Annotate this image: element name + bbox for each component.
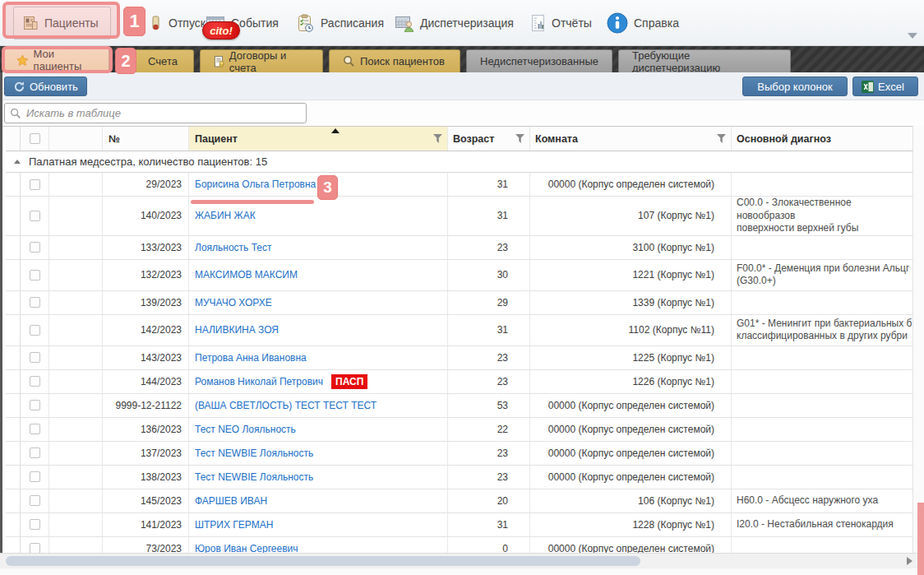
tab-invoices[interactable]: Счета [132, 49, 194, 72]
toolbar-item-label: Отчёты [552, 16, 592, 30]
table-row: 143/2023 Петрова Анна Ивановна 23 1225 (… [6, 346, 912, 370]
table-row: 144/2023 Романов Николай Петрович ПАСП 2… [6, 370, 912, 394]
horizontal-scrollbar[interactable] [0, 553, 924, 568]
excel-button[interactable]: Excel [852, 77, 918, 96]
column-header-patient[interactable]: Пациент [189, 127, 448, 151]
select-all-checkbox[interactable] [30, 133, 40, 144]
room-cell: 00000 (Корпус определен системой) [530, 537, 732, 553]
filter-icon[interactable] [717, 134, 726, 143]
table-header-row: № Пациент Возраст Комната Основной диагн… [6, 127, 912, 151]
patient-link[interactable]: Тест NEWBIE Лояльность [195, 471, 313, 483]
patient-link[interactable]: ШТРИХ ГЕРМАН [195, 519, 273, 531]
patient-link[interactable]: Петрова Анна Ивановна [195, 352, 307, 364]
toolbar-item-reports[interactable]: Отчёты [530, 7, 592, 39]
table-row: 142/2023 НАЛИВКИНА ЗОЯ 31 1102 (Корпус №… [6, 315, 912, 346]
patient-link[interactable]: Романов Николай Петрович [195, 376, 323, 387]
row-checkbox[interactable] [30, 352, 40, 363]
filter-icon[interactable] [515, 134, 524, 143]
column-header-age[interactable]: Возраст [448, 127, 530, 151]
patient-link[interactable]: (ВАША СВЕТЛОСТЬ) ТЕСТ ТЕСТ ТЕСТ [195, 400, 377, 411]
row-blank-cell [49, 173, 103, 196]
patient-cell: МАКСИМОВ МАКСИМ [189, 260, 448, 290]
room-cell: 1228 (Корпус №1) [530, 513, 732, 536]
row-checkbox[interactable] [30, 471, 40, 482]
row-checkbox[interactable] [30, 543, 40, 553]
toolbar-item-vacation[interactable]: Отпуск [148, 7, 206, 39]
row-checkbox[interactable] [30, 424, 40, 434]
row-checkbox[interactable] [30, 211, 40, 221]
column-header-label: Возраст [453, 133, 494, 145]
age-cell: 23 [448, 442, 530, 465]
toolbar-collapse-chevron-icon[interactable] [908, 33, 917, 39]
patient-link[interactable]: Юров Иван Сергеевич [195, 543, 298, 553]
patient-link[interactable]: ЖАБИН ЖАК [195, 210, 256, 221]
patient-link[interactable]: МУЧАЧО ХОРХЕ [195, 297, 272, 308]
tab-not-dispatched[interactable]: Недиспетчеризованные [466, 49, 612, 72]
row-checkbox[interactable] [30, 519, 40, 530]
room-cell: 00000 (Корпус определен системой) [530, 173, 732, 196]
row-checkbox[interactable] [30, 242, 40, 253]
toolbar-item-schedules[interactable]: Расписания [296, 7, 384, 39]
tab-contracts[interactable]: Договоры и счета [200, 49, 323, 72]
patient-link[interactable]: Лояльность Тест [195, 242, 272, 253]
excel-label: Excel [878, 81, 904, 93]
column-header-room[interactable]: Комната [530, 127, 732, 151]
patient-link[interactable]: Тест NEWBIE Лояльность [195, 447, 313, 459]
group-collapse-icon[interactable] [14, 160, 21, 164]
patient-cell: ШТРИХ ГЕРМАН [189, 513, 448, 536]
patient-link[interactable]: ФАРШЕВ ИВАН [195, 495, 267, 507]
diagnosis-cell [732, 291, 912, 314]
tab-label: Счета [148, 55, 178, 67]
tab-label: Недиспетчеризованные [480, 55, 598, 67]
patient-cell: НАЛИВКИНА ЗОЯ [189, 315, 448, 345]
age-cell: 29 [448, 291, 530, 314]
group-row[interactable]: Палатная медсестра, количество пациентов… [6, 151, 912, 173]
patient-link[interactable]: НАЛИВКИНА ЗОЯ [195, 324, 279, 336]
column-header-diagnosis[interactable]: Основной диагноз [732, 127, 912, 151]
search-icon [343, 55, 355, 67]
choose-columns-button[interactable]: Выбор колонок [742, 77, 848, 96]
row-checkbox[interactable] [30, 179, 40, 190]
room-cell: 1225 (Корпус №1) [530, 346, 732, 369]
app-window: Пациенты Отпуск События cito! Расписания… [0, 0, 924, 575]
table-row: 138/2023 Тест NEWBIE Лояльность 23 00000… [6, 466, 912, 489]
row-checkbox[interactable] [30, 270, 40, 281]
age-cell: 22 [448, 418, 530, 441]
annotation-right-edge-strip [917, 503, 924, 575]
scroll-right-arrow-icon[interactable] [907, 557, 912, 565]
room-cell: 1339 (Корпус №1) [530, 291, 732, 314]
toolbar-item-help[interactable]: Справка [607, 7, 679, 39]
room-cell: 1226 (Корпус №1) [530, 370, 732, 393]
tab-requiring-dispatch[interactable]: Требующие диспетчеризацию [618, 49, 791, 72]
patient-number-cell: 139/2023 [103, 291, 189, 314]
table-search-box[interactable] [4, 103, 307, 123]
table-row: 132/2023 МАКСИМОВ МАКСИМ 30 1221 (Корпус… [6, 260, 912, 291]
table-row: 141/2023 ШТРИХ ГЕРМАН 31 1228 (Корпус №1… [6, 513, 912, 537]
row-checkbox[interactable] [30, 447, 40, 458]
diagnosis-text: I20.0 - Нестабильная стенокардия [737, 518, 912, 531]
row-checkbox[interactable] [30, 400, 40, 410]
patient-link[interactable]: Борисина Ольга Петровна [195, 179, 316, 190]
vertical-scrollbar[interactable] [912, 126, 924, 553]
annotation-step-2-box [2, 46, 113, 73]
row-check-cell [21, 315, 49, 345]
patient-cell: (ВАША СВЕТЛОСТЬ) ТЕСТ ТЕСТ ТЕСТ [189, 394, 448, 417]
row-checkbox[interactable] [30, 325, 40, 336]
row-expand-cell [6, 513, 21, 536]
diagnosis-text: F00.0* - Деменция при болезни Альцг (G30… [737, 262, 912, 288]
horizontal-scrollbar-thumb[interactable] [6, 556, 640, 566]
patient-number-cell: 138/2023 [103, 466, 189, 489]
table-search-input[interactable] [26, 107, 301, 119]
toolbar-item-dispatch[interactable]: Диспетчеризация [395, 7, 514, 39]
refresh-button[interactable]: Обновить [4, 77, 87, 96]
column-header-num[interactable]: № [103, 127, 189, 151]
row-checkbox[interactable] [30, 376, 40, 387]
tab-patient-search[interactable]: Поиск пациентов [329, 49, 460, 72]
row-checkbox[interactable] [30, 297, 40, 308]
filter-icon[interactable] [433, 134, 442, 143]
patient-number-cell: 142/2023 [103, 315, 189, 345]
age-cell: 31 [448, 513, 530, 536]
row-checkbox[interactable] [30, 495, 40, 506]
patient-link[interactable]: Тест NEO Лояльность [195, 424, 296, 435]
patient-link[interactable]: МАКСИМОВ МАКСИМ [195, 269, 298, 281]
